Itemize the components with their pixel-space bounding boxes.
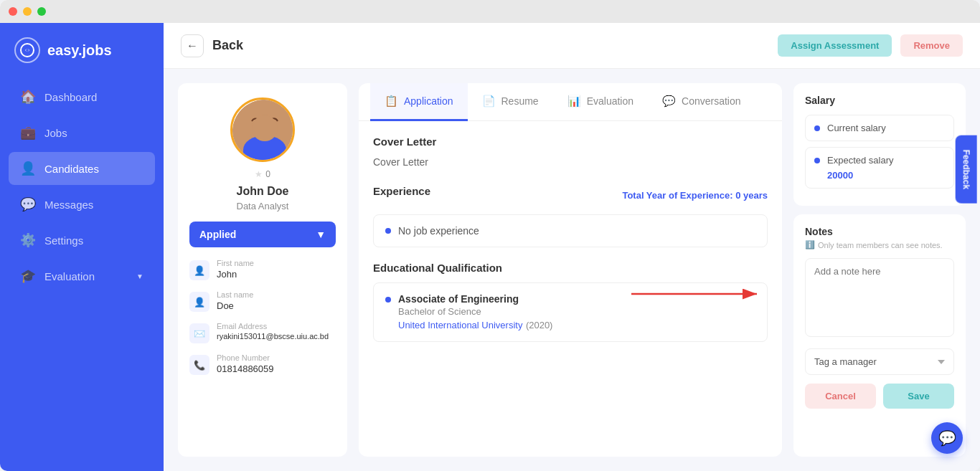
topbar-left: ← Back: [181, 34, 243, 57]
tag-manager-select[interactable]: Tag a manager: [805, 348, 954, 375]
logo-icon: [14, 37, 40, 63]
salary-dot-icon: [814, 125, 820, 131]
cancel-button[interactable]: Cancel: [805, 384, 876, 409]
star-count: 0: [265, 169, 270, 179]
tab-evaluation[interactable]: 📊 Evaluation: [553, 83, 648, 121]
tab-label: Application: [404, 95, 453, 107]
svg-point-1: [26, 49, 29, 52]
sidebar-item-candidates[interactable]: 👤 Candidates: [9, 152, 155, 185]
person-icon: 👤: [189, 292, 209, 312]
messages-icon: 💬: [20, 196, 36, 212]
application-icon: 📋: [385, 95, 398, 108]
years-value: 0 years: [735, 190, 768, 201]
education-heading: Educational Qualification: [373, 262, 768, 274]
phone-icon: 📞: [189, 355, 209, 375]
topbar: ← Back Assign Assessment Remove: [164, 23, 980, 69]
status-label: Applied: [199, 229, 236, 240]
candidate-name: John Doe: [237, 185, 289, 198]
graduation-year: (2020): [526, 320, 553, 330]
candidates-icon: 👤: [20, 161, 36, 176]
person-icon: 👤: [189, 260, 209, 280]
tab-resume[interactable]: 📄 Resume: [468, 83, 553, 121]
sidebar-item-label: Jobs: [44, 127, 67, 139]
bullet-icon: [385, 228, 391, 234]
phone-value: 01814886059: [217, 363, 274, 374]
star-rating[interactable]: ★ 0: [255, 169, 270, 179]
notes-card: Notes ℹ️ Only team members can see notes…: [793, 214, 966, 457]
sidebar-item-evaluation[interactable]: 🎓 Evaluation ▼: [9, 260, 155, 292]
tab-conversation[interactable]: 💬 Conversation: [648, 83, 755, 121]
topbar-actions: Assign Assessment Remove: [778, 34, 963, 57]
tab-label: Conversation: [682, 95, 741, 107]
maximize-btn[interactable]: [37, 7, 46, 16]
edu-bullet-icon: [385, 297, 391, 303]
feedback-tab[interactable]: Feedback: [955, 135, 976, 203]
back-arrow-icon: ←: [187, 39, 198, 52]
chat-fab-button[interactable]: 💬: [931, 422, 963, 454]
chat-icon: 💬: [938, 429, 956, 447]
candidate-role: Data Analyst: [237, 201, 289, 211]
back-button[interactable]: ←: [181, 34, 204, 57]
sidebar-item-label: Candidates: [44, 163, 99, 175]
current-salary-label: Current salary: [827, 123, 886, 133]
edu-content: Associate of Engineering Bachelor of Sci…: [398, 293, 552, 331]
minimize-btn[interactable]: [23, 7, 32, 16]
assign-assessment-button[interactable]: Assign Assessment: [778, 34, 892, 57]
eval-icon: 📊: [567, 95, 581, 108]
cover-letter-value: Cover Letter: [373, 156, 768, 168]
right-panel: Salary Current salary Expected salary 20…: [793, 83, 966, 457]
dashboard-icon: 🏠: [20, 89, 36, 105]
status-dropdown[interactable]: Applied ▼: [189, 222, 336, 247]
sidebar-item-label: Messages: [44, 199, 93, 211]
experience-heading: Experience: [373, 185, 430, 197]
experience-box: No job experience: [373, 214, 768, 247]
sidebar-nav: 🏠 Dashboard 💼 Jobs 👤 Candidates 💬 Messag…: [0, 80, 164, 292]
degree-field: Bachelor of Science: [398, 306, 552, 317]
expected-salary-label: Expected salary: [827, 155, 894, 166]
university-name: United International University: [398, 320, 522, 330]
tab-label: Resume: [501, 95, 539, 107]
field-email: ✉️ Email Address ryakini153011@bscse.uiu…: [189, 322, 336, 343]
salary-card: Salary Current salary Expected salary 20…: [793, 83, 966, 206]
jobs-icon: 💼: [20, 125, 36, 141]
close-btn[interactable]: [9, 7, 17, 16]
cover-letter-heading: Cover Letter: [373, 135, 768, 148]
phone-label: Phone Number: [217, 353, 274, 362]
notes-info-text: Only team members can see notes.: [818, 241, 943, 249]
email-value: ryakini153011@bscse.uiu.ac.bd: [217, 332, 329, 341]
settings-icon: ⚙️: [20, 232, 36, 248]
logo[interactable]: easy.jobs: [0, 23, 164, 80]
save-button[interactable]: Save: [883, 384, 954, 409]
title-bar: [0, 0, 980, 23]
expected-salary-item: Expected salary 20000: [805, 147, 954, 189]
resume-icon: 📄: [482, 95, 496, 108]
experience-years: Total Year of Experience: 0 years: [622, 190, 768, 201]
sidebar-item-dashboard[interactable]: 🏠 Dashboard: [9, 80, 155, 113]
logo-text: easy.jobs: [47, 42, 112, 59]
sidebar-item-settings[interactable]: ⚙️ Settings: [9, 224, 155, 257]
content-area: ★ 0 John Doe Data Analyst Applied ▼ 👤: [164, 69, 980, 471]
star-icon: ★: [255, 169, 263, 179]
current-salary-item: Current salary: [805, 115, 954, 141]
sidebar-item-jobs[interactable]: 💼 Jobs: [9, 116, 155, 149]
candidate-photo: [232, 100, 295, 162]
notes-input[interactable]: [805, 258, 954, 337]
salary-dot-icon: [814, 158, 820, 163]
sidebar: easy.jobs 🏠 Dashboard 💼 Jobs 👤 Candidate…: [0, 23, 164, 471]
remove-button[interactable]: Remove: [900, 34, 963, 57]
first-name-label: First name: [217, 259, 254, 267]
sidebar-item-label: Settings: [44, 234, 83, 247]
last-name-label: Last name: [217, 290, 253, 299]
field-phone: 📞 Phone Number 01814886059: [189, 353, 336, 375]
notes-title: Notes: [805, 226, 954, 237]
sidebar-item-messages[interactable]: 💬 Messages: [9, 188, 155, 221]
tab-application[interactable]: 📋 Application: [370, 83, 468, 121]
chevron-down-icon: ▼: [316, 229, 326, 240]
university-info: United International University (2020): [398, 318, 552, 331]
sidebar-item-label: Evaluation: [44, 270, 95, 282]
candidate-panel: ★ 0 John Doe Data Analyst Applied ▼ 👤: [178, 83, 347, 457]
first-name-value: John: [217, 269, 254, 280]
middle-panel: 📋 Application 📄 Resume 📊 Evaluation: [359, 83, 782, 457]
tab-label: Evaluation: [587, 95, 633, 107]
info-icon: ℹ️: [805, 240, 815, 249]
